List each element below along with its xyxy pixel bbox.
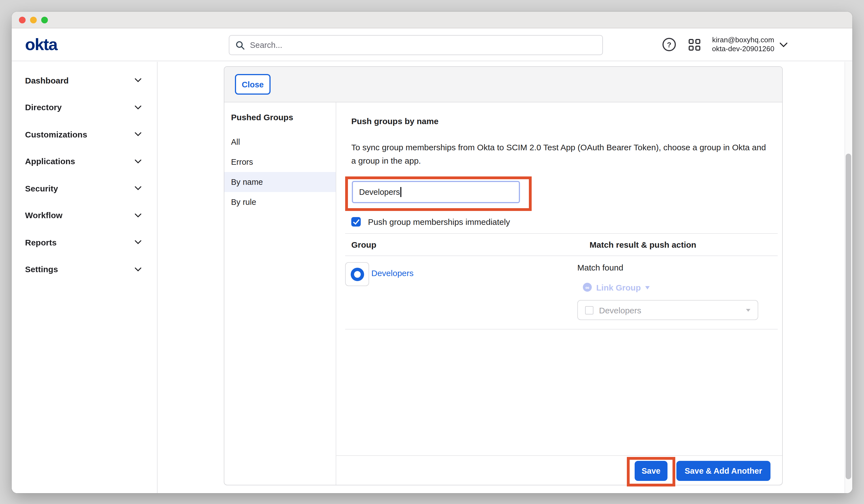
divider	[345, 329, 778, 329]
chevron-down-icon	[135, 213, 141, 218]
scrollbar-track[interactable]	[844, 62, 852, 493]
chevron-down-icon[interactable]	[779, 42, 788, 47]
help-icon[interactable]: ?	[662, 38, 676, 51]
table-header-row: Group Match result & push action	[351, 234, 770, 255]
chevron-down-icon	[135, 132, 141, 137]
sidebar-item-reports[interactable]: Reports	[12, 229, 157, 256]
caret-down-icon	[645, 286, 650, 289]
browser-window: okta Search... ? kiran@boxyhq.com okta-d…	[12, 12, 852, 493]
group-name-link[interactable]: Developers	[371, 268, 413, 278]
search-input[interactable]: Search...	[229, 35, 603, 55]
grid-cell	[689, 39, 694, 44]
chevron-down-icon	[135, 105, 141, 110]
push-immediately-label: Push group memberships immediately	[368, 217, 510, 227]
target-group-select[interactable]: Developers	[577, 300, 758, 320]
sidebar-item-label: Customizations	[25, 130, 87, 139]
panel-content: Push groups by name To sync group member…	[336, 103, 782, 485]
chevron-down-icon	[135, 267, 141, 272]
link-icon: ∞	[583, 283, 592, 292]
chevron-down-icon	[135, 240, 141, 244]
group-placeholder-icon	[585, 306, 593, 314]
sidebar-item-directory[interactable]: Directory	[12, 94, 157, 121]
app-body: Dashboard Directory Customizations Appli…	[12, 62, 852, 493]
header-right-cluster: ? kiran@boxyhq.com okta-dev-20901260	[662, 28, 788, 61]
subnav-item-by-rule[interactable]: By rule	[224, 192, 336, 212]
caret-down-icon	[746, 309, 751, 311]
group-cell: Developers	[345, 262, 577, 320]
grid-cell	[695, 45, 700, 50]
match-result-cell: Match found ∞ Link Group	[577, 262, 770, 320]
panel-body: Pushed Groups All Errors By name By rule…	[224, 103, 782, 485]
table-row: Developers Match found ∞ Link Group	[351, 256, 770, 329]
group-name-input-value: Developers	[359, 188, 400, 196]
app-header: okta Search... ? kiran@boxyhq.com okta-d…	[12, 28, 852, 61]
scrollbar-thumb[interactable]	[845, 154, 851, 479]
sidebar-item-label: Reports	[25, 238, 57, 247]
main-area: Close Pushed Groups All Errors By name B…	[158, 62, 852, 493]
sidebar-item-dashboard[interactable]: Dashboard	[12, 67, 157, 94]
account-menu[interactable]: kiran@boxyhq.com okta-dev-20901260	[712, 35, 775, 54]
window-titlebar	[12, 12, 852, 28]
account-email: kiran@boxyhq.com	[712, 35, 775, 45]
search-icon	[236, 40, 245, 50]
text-caret	[400, 187, 401, 197]
sidebar-item-label: Applications	[25, 157, 75, 166]
sidebar-item-label: Dashboard	[25, 76, 69, 85]
okta-logo[interactable]: okta	[25, 35, 57, 54]
column-header-match-result: Match result & push action	[590, 240, 770, 249]
sidebar-item-applications[interactable]: Applications	[12, 148, 157, 175]
save-and-add-another-button[interactable]: Save & Add Another	[676, 461, 770, 481]
chevron-down-icon	[135, 78, 141, 83]
search-placeholder: Search...	[250, 41, 282, 49]
sidebar: Dashboard Directory Customizations Appli…	[12, 62, 158, 493]
subnav-item-by-name[interactable]: By name	[224, 172, 336, 192]
sidebar-item-security[interactable]: Security	[12, 175, 157, 202]
save-annotation-highlight: Save	[627, 457, 675, 487]
desktop: okta Search... ? kiran@boxyhq.com okta-d…	[0, 0, 864, 504]
target-group-value: Developers	[599, 305, 641, 315]
subnav-title: Pushed Groups	[224, 107, 336, 127]
grid-cell	[695, 39, 700, 44]
apps-grid-icon[interactable]	[689, 39, 700, 50]
chevron-down-icon	[135, 159, 141, 164]
subnav-item-all[interactable]: All	[224, 132, 336, 152]
match-result-text: Match found	[577, 262, 770, 273]
chevron-down-icon	[135, 186, 141, 191]
pushed-groups-subnav: Pushed Groups All Errors By name By rule	[224, 103, 336, 485]
description-text: To sync group memberships from Okta to S…	[351, 141, 766, 168]
panel-content-scroll: Push groups by name To sync group member…	[336, 103, 782, 455]
link-group-label: Link Group	[596, 283, 641, 292]
window-close-button[interactable]	[19, 16, 26, 23]
sidebar-item-label: Settings	[25, 265, 58, 274]
sidebar-item-label: Directory	[25, 103, 62, 112]
save-button[interactable]: Save	[635, 461, 668, 481]
link-group-dropdown-button[interactable]: ∞ Link Group	[583, 281, 770, 293]
push-immediately-checkbox[interactable]	[351, 217, 361, 227]
sidebar-item-label: Security	[25, 184, 58, 193]
window-zoom-button[interactable]	[41, 16, 48, 23]
push-groups-panel: Close Pushed Groups All Errors By name B…	[224, 66, 783, 485]
panel-footer: Save Save & Add Another	[336, 455, 782, 485]
column-header-group: Group	[351, 240, 590, 249]
window-minimize-button[interactable]	[30, 16, 37, 23]
input-annotation-highlight: Developers	[345, 177, 532, 211]
account-org: okta-dev-20901260	[712, 45, 775, 54]
group-icon	[350, 267, 364, 281]
sidebar-item-settings[interactable]: Settings	[12, 256, 157, 283]
group-avatar	[345, 262, 369, 286]
sidebar-item-workflow[interactable]: Workflow	[12, 202, 157, 229]
subnav-item-errors[interactable]: Errors	[224, 152, 336, 172]
close-button[interactable]: Close	[235, 74, 271, 95]
group-name-input[interactable]: Developers	[352, 181, 520, 203]
page-title: Push groups by name	[351, 113, 770, 129]
sidebar-item-label: Workflow	[25, 211, 62, 220]
sidebar-item-customizations[interactable]: Customizations	[12, 121, 157, 148]
push-immediately-row: Push group memberships immediately	[351, 217, 770, 227]
panel-header-band: Close	[224, 67, 782, 103]
grid-cell	[689, 45, 694, 50]
